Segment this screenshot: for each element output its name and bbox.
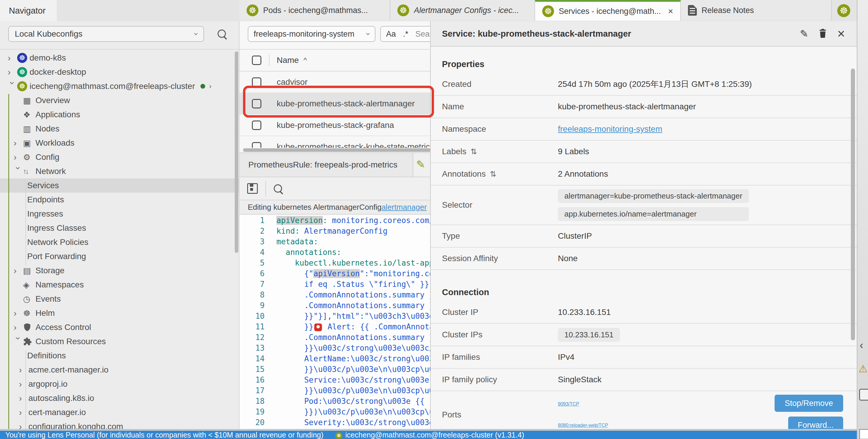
sidebar-item-namespaces[interactable]: ◈Namespaces	[0, 278, 240, 292]
code-text: annotations:	[276, 248, 341, 257]
yaml-editor[interactable]: 1apiVersion: monitoring.coreos.com/v1alp…	[240, 215, 435, 429]
horizontal-scrollbar[interactable]	[243, 148, 431, 152]
chevron-down-icon: ›	[364, 33, 372, 35]
tab-release-notes[interactable]: Release Notes	[681, 0, 832, 21]
sidebar-item-services[interactable]: Services	[0, 178, 240, 193]
kubernetes-icon: ☸	[837, 4, 850, 17]
sidebar-item-port-forwarding[interactable]: Port Forwarding	[0, 249, 240, 264]
chevron-down-icon[interactable]: ›	[14, 337, 23, 346]
table-row-kube-prometheus-stack-grafan[interactable]: kube-prometheus-stack-grafana	[240, 114, 435, 136]
code-token: }}\u003c/strong\u003e\u003c/h3	[276, 344, 435, 352]
sidebar-item-overview[interactable]: ▦Overview	[0, 93, 240, 107]
chevron-down-icon[interactable]: ›	[14, 167, 23, 176]
select-all-checkbox[interactable]	[252, 56, 261, 65]
chevron-right-icon[interactable]: ›	[19, 365, 28, 374]
table-row-kube-prometheus-stack-kube-s[interactable]: kube-prometheus-stack-kube-state-metrics	[240, 136, 435, 148]
sidebar-scrollbar[interactable]	[235, 52, 238, 253]
sidebar-item-icecheng-mathmast-com-freeleap[interactable]: ›☸icecheng@mathmast.com@freeleaps-cluste…	[0, 79, 240, 93]
port-link[interactable]: 8080:reloader-web/TCP	[558, 423, 608, 428]
edit-pencil-icon[interactable]: ✎	[416, 158, 425, 171]
delete-trash-icon[interactable]	[818, 28, 827, 39]
sidebar-item-ingresses[interactable]: Ingresses	[0, 207, 240, 221]
value-chip[interactable]: app.kubernetes.io/name=alertmanager	[558, 207, 749, 221]
dock-tab-prometheusrule[interactable]: PrometheusRule: freepeals-prod-metrics	[240, 153, 413, 177]
tab-services-icecheng-math-[interactable]: ☸Services - icecheng@math...×	[535, 0, 681, 21]
chevron-right-icon[interactable]: ›	[13, 139, 23, 147]
collapse-chevron-icon[interactable]: ‹	[860, 339, 863, 351]
sort-ascending-icon[interactable]: ^	[304, 56, 307, 64]
sidebar-item-storage[interactable]: ›▤Storage	[0, 264, 240, 278]
tab-alertmanager-configs-ice[interactable]: ☸Alertmanager Configs - icec...	[390, 0, 535, 21]
sidebar-item-workloads[interactable]: ›▣Workloads	[0, 136, 240, 150]
chevron-right-icon[interactable]: ›	[19, 408, 28, 417]
active-cluster-status[interactable]: ☸ icecheng@mathmast.com@freeleaps-cluste…	[335, 431, 524, 439]
kubeconfig-select[interactable]: Local Kubeconfigs ›	[8, 26, 204, 42]
chevron-right-icon[interactable]: ›	[19, 422, 28, 429]
sort-toggle-icon[interactable]: ⇅	[471, 147, 477, 156]
sidebar-item-configuration-konghq-com[interactable]: ›configuration.konghq.com	[0, 419, 240, 429]
detail-scrollbar[interactable]	[851, 69, 855, 340]
chevron-right-icon[interactable]: ›	[209, 82, 212, 91]
alertmanager-config-link[interactable]: alertmanager	[381, 203, 427, 212]
save-icon[interactable]	[247, 183, 258, 194]
close-icon[interactable]: ×	[837, 27, 845, 40]
name-column-header[interactable]: Name	[277, 56, 299, 65]
item-icon-slot: ▣	[23, 138, 35, 148]
close-icon[interactable]: ×	[668, 6, 673, 16]
license-notice[interactable]: You're using Lens Personal (for individu…	[5, 431, 323, 439]
service-name: kube-prometheus-stack-kube-state-metrics	[277, 142, 434, 148]
sidebar-item-network[interactable]: ›↑↓Network	[0, 164, 240, 178]
regex-toggle[interactable]: .*	[403, 30, 408, 39]
sidebar-item-ingress-classes[interactable]: Ingress Classes	[0, 221, 240, 235]
sidebar-item-config[interactable]: ›⚙Config	[0, 150, 240, 164]
sort-toggle-icon[interactable]: ⇅	[490, 170, 496, 179]
row-checkbox[interactable]	[252, 121, 261, 130]
chevron-right-icon[interactable]: ›	[19, 394, 28, 403]
detail-row-session-affinity: Session AffinityNone	[431, 247, 857, 270]
code-token: :	[323, 216, 328, 225]
sidebar-item-endpoints[interactable]: Endpoints	[0, 193, 240, 207]
port-link[interactable]: 9093/TCP	[558, 402, 579, 407]
kubernetes-icon: ☸	[247, 4, 258, 16]
row-checkbox[interactable]	[252, 142, 261, 148]
sidebar-item-cert-manager-io[interactable]: ›cert-manager.io	[0, 405, 240, 419]
detail-row-labels: Labels⇅9 Labels	[431, 141, 857, 163]
list-search-input[interactable]: Aa .* Search	[380, 26, 435, 42]
detail-row-ip-family-policy: IP family policySingleStack	[431, 369, 857, 391]
sidebar-item-access-control[interactable]: ›Access Control	[0, 320, 240, 334]
forward-button[interactable]: Forward...	[788, 416, 843, 429]
chevron-right-icon[interactable]: ›	[13, 323, 23, 332]
value-chip[interactable]: alertmanager=kube-prometheus-stack-alert…	[558, 189, 749, 203]
sidebar-item-custom-resources[interactable]: ›Custom Resources	[0, 334, 240, 348]
edit-pencil-icon[interactable]: ✎	[800, 28, 809, 40]
sidebar-item-nodes[interactable]: ▥Nodes	[0, 122, 240, 136]
stop-remove-button[interactable]: Stop/Remove	[775, 395, 843, 412]
namespace-link[interactable]: freeleaps-monitoring-system	[558, 124, 662, 134]
sidebar-item-acme-cert-manager-io[interactable]: ›acme.cert-manager.io	[0, 363, 240, 377]
sidebar-item-docker-desktop[interactable]: ›☸docker-desktop	[0, 65, 240, 79]
chevron-right-icon[interactable]: ›	[8, 54, 17, 62]
sidebar-item-argoproj-io[interactable]: ›argoproj.io	[0, 377, 240, 391]
editor-line: 20 Severity:\u003c/strong\u003e {{	[240, 417, 435, 428]
search-icon[interactable]	[274, 184, 282, 193]
chevron-right-icon[interactable]: ›	[13, 309, 23, 317]
kubernetes-icon[interactable]: ☸	[837, 4, 850, 17]
chevron-right-icon[interactable]: ›	[13, 266, 23, 275]
chevron-right-icon[interactable]: ›	[13, 153, 23, 162]
sidebar-search-button[interactable]	[218, 30, 226, 39]
sidebar-item-demo-k8s[interactable]: ›☸demo-k8s	[0, 51, 240, 65]
sidebar-item-events[interactable]: ◷Events	[0, 292, 240, 306]
chevron-right-icon[interactable]: ›	[19, 380, 28, 389]
sidebar-item-autoscaling-k8s-io[interactable]: ›autoscaling.k8s.io	[0, 391, 240, 405]
sidebar-item-definitions[interactable]: Definitions	[0, 348, 240, 363]
tab-pods-icecheng-mathmas-[interactable]: ☸Pods - icecheng@mathmas...	[240, 0, 390, 21]
namespace-select[interactable]: freeleaps-monitoring-system ›	[248, 26, 375, 42]
match-case-toggle[interactable]: Aa	[386, 30, 396, 39]
chevron-right-icon[interactable]: ›	[8, 68, 17, 76]
sidebar-item-network-policies[interactable]: Network Policies	[0, 235, 240, 249]
sidebar-item-helm[interactable]: ›☸Helm	[0, 306, 240, 320]
chevron-down-icon[interactable]: ›	[8, 81, 17, 91]
row-checkbox[interactable]	[252, 77, 261, 87]
value-chip[interactable]: 10.233.16.151	[558, 328, 620, 342]
sidebar-item-applications[interactable]: ❖Applications	[0, 107, 240, 122]
